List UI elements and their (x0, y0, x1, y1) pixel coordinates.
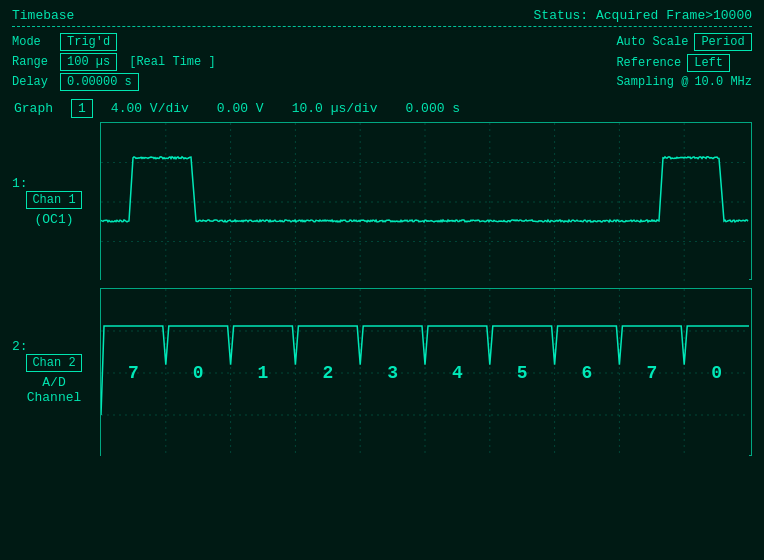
vdiv-value: 4.00 V/div (111, 101, 189, 116)
channel-2-graph (100, 288, 752, 456)
settings-right: Auto Scale Period Reference Left Samplin… (616, 33, 752, 91)
time-div-value: 10.0 µs/div (292, 101, 378, 116)
channel-2-name: A/D Channel (27, 375, 82, 405)
timebase-label: Timebase (12, 8, 74, 23)
channel-2-row: 2: Chan 2 A/D Channel (12, 288, 752, 456)
real-time-label: [Real Time ] (129, 55, 215, 69)
channel-1-name: (OC1) (34, 212, 73, 227)
delay-value: 0.00000 s (60, 73, 139, 91)
range-row: Range 100 µs [Real Time ] (12, 53, 216, 71)
graph-header: Graph 1 4.00 V/div 0.00 V 10.0 µs/div 0.… (12, 99, 752, 118)
channel-2-label-box: Chan 2 (26, 354, 81, 372)
status-label: Status: Acquired Frame>10000 (534, 8, 752, 23)
voltage-value: 0.00 V (217, 101, 264, 116)
delay-label: Delay (12, 75, 54, 89)
settings-left: Mode Trig'd Range 100 µs [Real Time ] De… (12, 33, 216, 91)
sampling-value: 10.0 MHz (694, 75, 752, 89)
channel-2-number: 2: (12, 339, 28, 354)
header-row: Timebase Status: Acquired Frame>10000 (12, 8, 752, 27)
reference-label: Reference (616, 56, 681, 70)
range-label: Range (12, 55, 54, 69)
oscilloscope-screen: Timebase Status: Acquired Frame>10000 Mo… (0, 0, 764, 560)
auto-scale-value: Period (694, 33, 751, 51)
reference-value: Left (687, 54, 730, 72)
sampling-row: Sampling @ 10.0 MHz (616, 75, 752, 89)
reference-row: Reference Left (616, 54, 752, 72)
mode-value: Trig'd (60, 33, 117, 51)
delay-row: Delay 0.00000 s (12, 73, 216, 91)
channel-1-graph (100, 122, 752, 280)
graph-params: 4.00 V/div 0.00 V 10.0 µs/div 0.000 s (111, 101, 460, 116)
graph-text: Graph (14, 101, 53, 116)
channel-1-number: 1: (12, 176, 28, 191)
graph-number: 1 (71, 99, 93, 118)
channel-1-label-box: Chan 1 (26, 191, 81, 209)
range-value: 100 µs (60, 53, 117, 71)
sampling-label: Sampling @ (616, 75, 688, 89)
mode-label: Mode (12, 35, 54, 49)
auto-scale-row: Auto Scale Period (616, 33, 752, 51)
channel-2-label-area: 2: Chan 2 A/D Channel (12, 288, 100, 456)
settings-area: Mode Trig'd Range 100 µs [Real Time ] De… (12, 33, 752, 91)
channel-1-label-area: 1: Chan 1 (OC1) (12, 122, 100, 280)
channel-1-row: 1: Chan 1 (OC1) (12, 122, 752, 280)
auto-scale-label: Auto Scale (616, 35, 688, 49)
time-offset-value: 0.000 s (405, 101, 460, 116)
mode-row: Mode Trig'd (12, 33, 216, 51)
